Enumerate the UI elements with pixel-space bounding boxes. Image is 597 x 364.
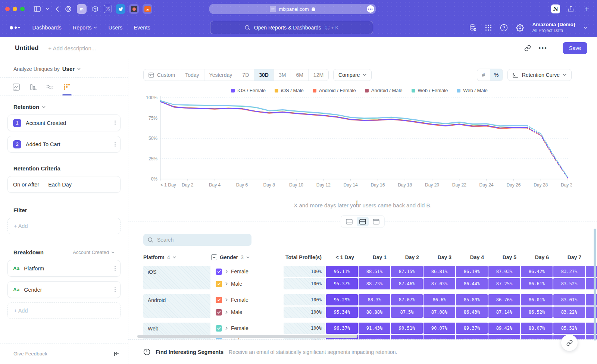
breakdown-item-platform[interactable]: Aa Platform — [7, 260, 121, 277]
column-header-day-4[interactable]: Day 4 — [456, 254, 488, 260]
column-header-platform[interactable]: Platform4 — [143, 254, 210, 260]
breakdown-event-selector[interactable]: Account Created — [73, 250, 115, 255]
row-checkbox[interactable] — [216, 281, 222, 287]
settings-gear-icon[interactable] — [516, 24, 524, 32]
help-icon[interactable] — [500, 24, 508, 32]
retention-value-cell[interactable]: 83.27% — [553, 266, 585, 277]
range-30d[interactable]: 30D — [254, 69, 274, 81]
retention-value-cell[interactable]: 96.37% — [326, 323, 358, 334]
url-bar[interactable]: mixpanel.com ••• — [209, 4, 376, 14]
retention-chart[interactable]: 0%25%50%75%100%< 1 DayDay 2Day 4Day 6Day… — [143, 95, 572, 200]
retention-value-cell[interactable]: 86.52% — [521, 307, 553, 318]
legend-item-ios-male[interactable]: iOS / Male — [275, 88, 304, 93]
retention-value-cell[interactable]: 87.14% — [488, 307, 520, 318]
retention-value-cell[interactable]: 86.42% — [521, 266, 553, 277]
table-search[interactable] — [143, 234, 251, 246]
sidebar-toggle-icon[interactable] — [34, 6, 41, 12]
retention-value-cell[interactable]: 87.25% — [488, 278, 520, 289]
retention-value-cell[interactable]: 88.88% — [359, 307, 390, 318]
row-checkbox[interactable] — [216, 297, 222, 303]
retention-value-cell[interactable]: 86.43% — [456, 307, 488, 318]
back-icon[interactable] — [56, 6, 59, 12]
column-header-day-0[interactable]: < 1 Day — [326, 254, 358, 260]
retention-value-cell[interactable]: 86.6% — [423, 294, 455, 305]
retention-value-cell[interactable]: 88.07% — [521, 323, 553, 334]
analyze-value-selector[interactable]: User — [62, 66, 75, 72]
report-description-placeholder[interactable]: + Add description... — [48, 45, 96, 51]
retention-value-cell[interactable]: 86.76% — [488, 294, 520, 305]
retention-value-cell[interactable]: 89.48% — [456, 335, 488, 339]
more-options-icon[interactable]: ••• — [538, 44, 547, 52]
retention-value-cell[interactable]: 86.61% — [521, 278, 553, 289]
report-title[interactable]: Untitled — [15, 44, 38, 52]
table-search-input[interactable] — [157, 237, 239, 243]
gender-row-android-female[interactable]: Female — [211, 294, 283, 305]
notion-icon[interactable]: N — [551, 4, 560, 13]
collapse-sidebar-icon[interactable] — [114, 351, 119, 356]
minimize-window-icon[interactable] — [13, 7, 17, 11]
gender-row-ios-female[interactable]: Female — [211, 266, 283, 277]
column-header-day-3[interactable]: Day 3 — [423, 254, 455, 260]
retention-value-cell[interactable]: 95.29% — [326, 294, 358, 305]
breakdown-options-icon[interactable] — [115, 266, 116, 271]
give-feedback-link[interactable]: Give Feedback — [13, 351, 47, 357]
retention-value-cell[interactable]: 88.3% — [359, 294, 390, 305]
retention-value-cell[interactable]: 90.04% — [423, 335, 455, 339]
retention-value-cell[interactable]: 87.15% — [391, 266, 423, 277]
gender-row-ios-male[interactable]: Male — [211, 278, 283, 289]
compare-button[interactable]: Compare — [333, 69, 372, 81]
range-3m[interactable]: 3M — [274, 69, 291, 81]
url-more-icon[interactable]: ••• — [367, 5, 374, 13]
red-dot-app-icon[interactable] — [129, 4, 139, 14]
retention-value-cell[interactable]: 83.01% — [553, 294, 585, 305]
retention-value-cell[interactable]: 87.07% — [391, 294, 423, 305]
retention-value-cell[interactable]: 91.43% — [359, 323, 390, 334]
add-breakdown-button[interactable]: + Add — [7, 302, 121, 319]
retention-value-cell[interactable]: 85.52% — [553, 323, 585, 334]
nav-dashboards[interactable]: Dashboards — [32, 25, 62, 31]
range-today[interactable]: Today — [180, 69, 204, 81]
retention-value-cell[interactable]: 85.89% — [456, 294, 488, 305]
criteria-type[interactable]: On or After — [13, 182, 39, 188]
tab-insights[interactable] — [13, 84, 20, 95]
chart-only-layout-button[interactable] — [343, 217, 355, 226]
range-yesterday[interactable]: Yesterday — [204, 69, 238, 81]
range-12m[interactable]: 12M — [309, 69, 328, 81]
horizontal-scrollbar[interactable] — [137, 335, 357, 338]
retention-value-cell[interactable]: 87.03% — [423, 278, 455, 289]
retention-value-cell[interactable]: 86.44% — [456, 278, 488, 289]
tab-flows[interactable] — [46, 84, 54, 95]
retention-value-cell[interactable]: 90.07% — [423, 323, 455, 334]
share-icon[interactable] — [568, 6, 574, 12]
expand-chevron-icon[interactable] — [225, 298, 228, 302]
nav-reports[interactable]: Reports — [73, 25, 97, 31]
copy-link-icon[interactable] — [524, 45, 531, 51]
legend-item-android-male[interactable]: Android / Male — [365, 88, 403, 93]
platform-cell[interactable]: Android — [143, 294, 210, 318]
cloud-app-icon[interactable]: ☁ — [143, 4, 152, 14]
retention-value-cell[interactable]: 86.19% — [456, 266, 488, 277]
tab-funnels[interactable] — [29, 84, 37, 95]
retention-value-cell[interactable]: 89.42% — [488, 323, 520, 334]
chart-type-selector[interactable]: Retention Curve — [507, 69, 572, 81]
retention-value-cell[interactable]: 86.81% — [423, 266, 455, 277]
share-link-fab[interactable] — [561, 335, 578, 351]
split-layout-button[interactable] — [357, 217, 369, 226]
retention-value-cell[interactable]: 95.34% — [326, 307, 358, 318]
column-header-gender[interactable]: –Gender3 — [211, 254, 283, 260]
column-header-day-6[interactable]: Day 6 — [521, 254, 553, 260]
step-options-icon[interactable] — [115, 142, 116, 147]
legend-item-android-female[interactable]: Android / Female — [313, 88, 356, 93]
retention-value-cell[interactable]: 87.5% — [391, 307, 423, 318]
retention-value-cell[interactable]: 95.37% — [326, 278, 358, 289]
project-switcher[interactable]: Amazonia {Demo} All Project Data — [532, 22, 575, 34]
breakdown-item-gender[interactable]: Aa Gender — [7, 281, 121, 298]
retention-value-cell[interactable]: 91.41% — [359, 335, 390, 339]
chevron-down-icon[interactable] — [46, 8, 49, 10]
find-segments-label[interactable]: Find Interesting Segments — [156, 349, 224, 355]
nav-users[interactable]: Users — [108, 25, 122, 31]
tab-retention[interactable] — [63, 84, 71, 95]
legend-item-web-male[interactable]: Web / Male — [457, 88, 488, 93]
column-header-day-1[interactable]: Day 1 — [359, 254, 390, 260]
nav-events[interactable]: Events — [134, 25, 150, 31]
